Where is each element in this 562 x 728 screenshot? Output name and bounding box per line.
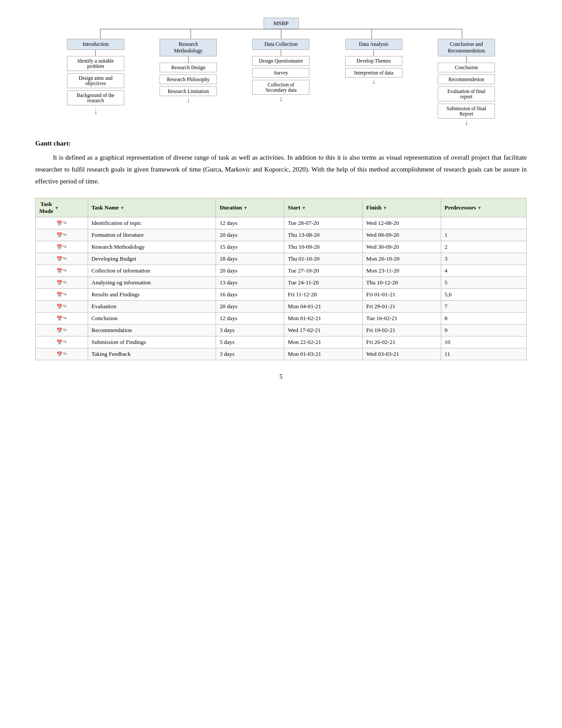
predecessors-sort-icon[interactable]: ▼ [477, 205, 482, 210]
org-root-box: MSBP [264, 18, 299, 29]
dc-arrow: ↓ [279, 95, 283, 103]
conc-child-1: Recommendetion [438, 75, 495, 84]
duration-cell: 5 days [216, 336, 284, 348]
org-h-branch-row: Introduction Identify a suitable problem… [55, 29, 507, 127]
predecessors-cell: 7 [441, 301, 526, 313]
task-mode-cell: 📅↷ [36, 325, 88, 336]
rmeth-arrow: ↓ [186, 96, 190, 104]
gantt-rows: 📅↷Identification of topic12 daysTue 28-0… [36, 217, 527, 360]
table-row: 📅↷Formation of literature20 daysThu 13-0… [36, 229, 527, 241]
intro-child-1: Design aims and objectives [67, 73, 124, 88]
task-name-cell: Results and Findings [88, 289, 216, 301]
start-sort-icon[interactable]: ▼ [301, 205, 306, 210]
predecessors-cell: 9 [441, 325, 526, 336]
start-cell: Thu 10-09-20 [284, 241, 363, 253]
task-mode-icon: 📅↷ [56, 328, 67, 333]
intro-children: Identify a suitable problem Design aims … [55, 56, 137, 105]
task-name-cell: Submission of Findings [88, 336, 216, 348]
branch-intro-label: Introduction [67, 39, 124, 50]
start-cell: Wed 17-02-21 [284, 325, 363, 336]
org-chart-section: MSBP Introduction Identi [35, 18, 527, 127]
finish-sort-icon[interactable]: ▼ [383, 205, 387, 210]
intro-arrow: ↓ [94, 108, 97, 116]
predecessors-cell: 2 [441, 241, 526, 253]
task-mode-icon: 📅↷ [56, 256, 67, 262]
finish-cell: Tue 16-02-21 [362, 313, 441, 325]
rmeth-child-2: Research Limitation [160, 86, 217, 96]
table-row: 📅↷Identification of topic12 daysTue 28-0… [36, 217, 527, 229]
duration-cell: 3 days [216, 325, 284, 336]
table-row: 📅↷Conclusion12 daysMon 01-02-21Tue 16-02… [36, 313, 527, 325]
dc-children: Design Questionnaire Survey Collection o… [240, 56, 322, 95]
predecessors-cell: 3 [441, 253, 526, 265]
page-number: 5 [35, 373, 527, 381]
col-task-name: Task Name ▼ [88, 198, 216, 217]
task-name-cell: Developing Budget [88, 253, 216, 265]
da-children: Develop Themes Interpretion of data [333, 56, 414, 78]
predecessors-cell: 4 [441, 265, 526, 277]
dc-vline1 [281, 50, 281, 56]
rmeth-child-1: Research Philosophy [160, 75, 217, 84]
duration-cell: 18 days [216, 253, 284, 265]
predecessors-cell: 11 [441, 348, 526, 360]
table-row: 📅↷Developing Budget18 daysThu 01-10-20Mo… [36, 253, 527, 265]
task-mode-cell: 📅↷ [36, 241, 88, 253]
task-mode-icon: 📅↷ [56, 244, 67, 250]
finish-cell: Fri 01-01-21 [362, 289, 441, 301]
predecessors-cell: 8 [441, 313, 526, 325]
col-finish: Finish ▼ [362, 198, 441, 217]
task-mode-cell: 📅↷ [36, 277, 88, 289]
finish-cell: Mon 26-10-20 [362, 253, 441, 265]
task-mode-cell: 📅↷ [36, 253, 88, 265]
conc-arrow: ↓ [465, 119, 468, 127]
task-mode-cell: 📅↷ [36, 229, 88, 241]
branch-data-collection: Data Collection Design Questionnaire Sur… [240, 39, 322, 127]
task-mode-cell: 📅↷ [36, 265, 88, 277]
da-arrow: ↓ [372, 78, 376, 86]
duration-sort-icon[interactable]: ▼ [243, 205, 248, 210]
start-cell: Thu 13-08-20 [284, 229, 363, 241]
duration-cell: 3 days [216, 348, 284, 360]
task-mode-cell: 📅↷ [36, 217, 88, 229]
gantt-heading: Gantt chart: [35, 140, 527, 147]
task-name-cell: Taking Feedback [88, 348, 216, 360]
start-cell: Thu 01-10-20 [284, 253, 363, 265]
rmeth-children: Research Design Research Philosophy Rese… [148, 63, 229, 96]
task-name-cell: Conclusion [88, 313, 216, 325]
branch-da-label: Data Analysis [345, 39, 402, 50]
conc-child-3: Submission of final Report [438, 104, 495, 119]
task-mode-sort-icon[interactable]: ▼ [55, 205, 59, 210]
task-mode-icon: 📅↷ [56, 316, 67, 321]
table-row: 📅↷Results and Findings16 daysFri 11-12-2… [36, 289, 527, 301]
duration-cell: 20 days [216, 301, 284, 313]
branch-introduction: Introduction Identify a suitable problem… [55, 39, 137, 127]
finish-cell: Wed 12-08-20 [362, 217, 441, 229]
org-chart: MSBP Introduction Identi [35, 18, 527, 127]
col-predecessors: Predecessors ▼ [441, 198, 526, 217]
task-mode-cell: 📅↷ [36, 301, 88, 313]
task-mode-icon: 📅↷ [56, 232, 67, 238]
task-name-cell: Formation of literature [88, 229, 216, 241]
task-mode-cell: 📅↷ [36, 336, 88, 348]
finish-cell: Fri 26-02-21 [362, 336, 441, 348]
conc-children: Conclusion Recommendetion Evaluation of … [426, 63, 507, 119]
gantt-chart-section: Gantt chart: It is defined as a graphica… [35, 140, 527, 360]
intro-child-0: Identify a suitable problem [67, 56, 124, 71]
start-cell: Mon 04-01-21 [284, 301, 363, 313]
org-connector-svg [55, 29, 507, 39]
col-duration: Duration ▼ [216, 198, 284, 217]
predecessors-cell: 5 [441, 277, 526, 289]
start-cell: Mon 22-02-21 [284, 336, 363, 348]
finish-cell: Fri 29-01-21 [362, 301, 441, 313]
col-start-label: Start [288, 204, 300, 211]
col-task-name-label: Task Name [92, 204, 119, 211]
gantt-intro-text: It is defined as a graphical representat… [35, 152, 527, 187]
task-mode-icon: 📅↷ [56, 280, 67, 286]
col-task-mode-label: TaskMode [39, 201, 53, 215]
task-name-sort-icon[interactable]: ▼ [120, 205, 125, 210]
dc-child-1: Survey [252, 68, 309, 78]
duration-cell: 16 days [216, 289, 284, 301]
task-name-cell: Identification of topic [88, 217, 216, 229]
table-row: 📅↷Taking Feedback3 daysMon 01-03-21Wed 0… [36, 348, 527, 360]
start-cell: Mon 01-02-21 [284, 313, 363, 325]
